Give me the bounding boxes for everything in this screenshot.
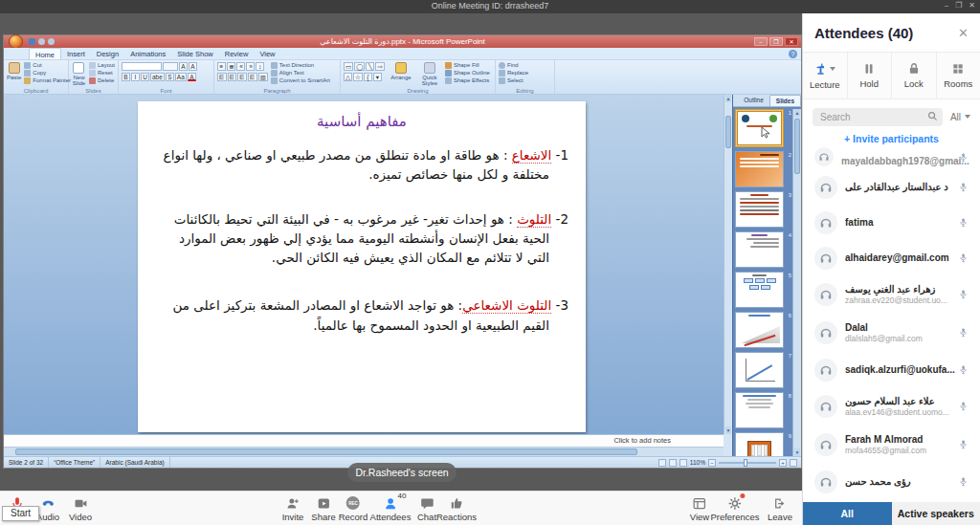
thumbnail-scrollbar[interactable]: ▲ ▼ (792, 109, 801, 456)
window-minimize-button[interactable]: – (945, 1, 948, 10)
attendee-row[interactable]: Farah M Almorad mofa4655@gmail.com (803, 426, 980, 464)
muted-mic-icon[interactable] (958, 324, 969, 341)
shadow-button[interactable]: S (166, 73, 174, 81)
attendee-row[interactable]: رؤى محمد حسن (803, 464, 980, 499)
filter-dropdown[interactable]: All (950, 112, 970, 122)
attendee-row[interactable]: د عبدالستار عبدالقادر على (803, 169, 980, 205)
tab-home[interactable]: Home (29, 48, 61, 59)
attendees-button[interactable]: 40 Attendees (370, 495, 412, 522)
slide-editing-area[interactable]: مفاهيم أساسية 1- الاشعاع : هو طاقة او ما… (4, 95, 724, 434)
convert-smartart-button[interactable]: Convert to SmartArt (271, 77, 330, 84)
slide-vertical-scrollbar[interactable]: ▲ ▼ (724, 95, 732, 434)
attendee-row[interactable]: علاء عبد السلام حسون alaa.ev146@student.… (803, 387, 980, 426)
shape-more-icon[interactable]: ▾ (373, 73, 382, 81)
muted-mic-icon[interactable] (958, 473, 969, 491)
bullets-icon[interactable]: ≡ (217, 62, 226, 71)
lock-button[interactable]: Lock (892, 53, 937, 98)
view-button[interactable]: View (690, 495, 709, 522)
shrink-font-button[interactable]: A (189, 62, 197, 71)
normal-view-icon[interactable] (658, 459, 666, 467)
save-icon[interactable] (29, 38, 35, 45)
slide-thumbnail-5[interactable] (735, 272, 784, 308)
zoom-in-button[interactable]: + (779, 459, 787, 467)
muted-mic-icon[interactable] (958, 436, 969, 453)
slideshow-icon[interactable] (679, 459, 687, 467)
indent-decrease-icon[interactable]: « (236, 62, 245, 71)
office-button-icon[interactable] (9, 34, 23, 49)
horizontal-scrollbar[interactable] (4, 447, 724, 456)
indent-increase-icon[interactable]: » (246, 62, 255, 71)
slide-thumbnail-1[interactable] (735, 109, 784, 147)
invite-button[interactable]: Invite (282, 495, 304, 522)
tab-view[interactable]: View (254, 48, 280, 59)
align-right-icon[interactable]: ⋿ (237, 73, 247, 81)
slide-thumbnail-2[interactable] (735, 151, 784, 187)
scroll-down-icon[interactable]: ▼ (725, 427, 731, 434)
numbering-icon[interactable]: ≣ (227, 62, 235, 71)
underline-button[interactable]: U (141, 73, 149, 81)
zoom-slider-knob[interactable] (744, 459, 747, 467)
font-name-box[interactable] (122, 62, 162, 71)
preferences-button[interactable]: Preferences (710, 495, 759, 522)
muted-mic-icon[interactable] (958, 398, 969, 415)
attendee-row[interactable]: fatima (803, 205, 980, 240)
lecture-button[interactable]: Lecture (803, 53, 848, 98)
tab-review[interactable]: Review (219, 48, 255, 59)
line-spacing-icon[interactable]: ↕ (256, 62, 264, 71)
font-color-button[interactable]: A (188, 73, 196, 81)
hold-button[interactable]: Hold (848, 53, 893, 98)
thumb-scroll-down-icon[interactable]: ▼ (794, 448, 800, 456)
slide-sorter-icon[interactable] (669, 459, 677, 467)
zoom-slider[interactable] (719, 462, 776, 464)
paste-button[interactable]: Paste (7, 62, 21, 86)
arrange-button[interactable]: Arrange (388, 62, 414, 86)
shape-triangle-icon[interactable]: △ (344, 73, 352, 81)
thumbnail-scrollbar-thumb[interactable] (794, 119, 800, 174)
shape-effects-button[interactable]: Shape Effects (445, 77, 490, 84)
chat-button[interactable]: Chat (417, 495, 436, 522)
attendee-row[interactable]: mayaldabbagh1978@gmai... (803, 147, 980, 169)
record-button[interactable]: REC Record (339, 495, 368, 522)
slide-thumbnail-4[interactable] (735, 231, 784, 268)
tab-all[interactable]: All (803, 502, 892, 525)
format-painter-button[interactable]: Format Painter (24, 77, 71, 84)
muted-mic-icon[interactable] (958, 179, 969, 196)
rooms-button[interactable]: Rooms (937, 53, 980, 98)
horizontal-scrollbar-thumb[interactable] (15, 448, 637, 455)
font-size-box[interactable] (163, 62, 178, 71)
undo-icon[interactable] (38, 38, 45, 45)
window-close-button[interactable]: ✕ (969, 1, 975, 10)
text-direction-button[interactable]: Text Direction (271, 62, 330, 69)
ppt-minimize-button[interactable]: – (754, 37, 768, 46)
tab-insert[interactable]: Insert (61, 48, 91, 59)
character-spacing-button[interactable]: Aa (175, 73, 187, 81)
muted-mic-icon[interactable] (958, 361, 969, 379)
share-button[interactable]: Share (311, 495, 335, 522)
columns-icon[interactable]: ▥ (258, 73, 268, 81)
copy-button[interactable]: Copy (24, 70, 71, 77)
attendees-list[interactable]: mayaldabbagh1978@gmai... د عبدالستار عبد… (803, 147, 980, 502)
tab-outline[interactable]: Outline (738, 95, 769, 106)
select-button[interactable]: Select (499, 77, 528, 84)
help-icon[interactable] (789, 50, 797, 58)
shape-rect-icon[interactable]: ▭ (344, 62, 353, 71)
shape-arrow-icon[interactable]: ⇨ (375, 62, 384, 71)
shape-brace-icon[interactable]: { (364, 73, 372, 81)
tab-animations[interactable]: Animations (124, 48, 171, 59)
shape-ellipse-icon[interactable]: ◯ (354, 62, 365, 71)
shape-fill-button[interactable]: Shape Fill (445, 62, 490, 69)
ppt-restore-button[interactable]: ❐ (769, 37, 783, 46)
attendee-row[interactable]: sadiqk.alzurfi@uokufa... (803, 352, 980, 387)
replace-button[interactable]: Replace (499, 70, 528, 77)
slide-thumbnail-7[interactable] (735, 352, 784, 388)
attendee-row[interactable]: Dalal dlalslah5@gmail.com (803, 314, 980, 352)
muted-mic-icon[interactable] (958, 250, 969, 267)
ppt-close-button[interactable]: ✕ (785, 37, 798, 46)
align-left-icon[interactable]: ⋿ (217, 73, 227, 81)
thumb-scroll-up-icon[interactable]: ▲ (794, 109, 800, 117)
strikethrough-button[interactable]: abe (150, 73, 165, 81)
window-maximize-button[interactable]: ❐ (955, 1, 962, 10)
align-center-icon[interactable]: ⋿ (228, 73, 237, 81)
slide-thumbnail-9[interactable] (735, 432, 784, 456)
italic-button[interactable]: I (131, 73, 140, 81)
